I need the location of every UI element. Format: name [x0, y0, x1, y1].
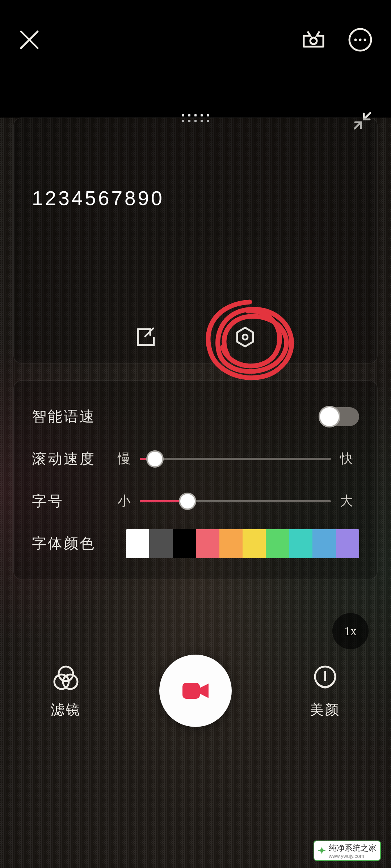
font-size-max: 大 — [334, 492, 359, 510]
smart-speed-toggle[interactable] — [321, 407, 359, 426]
top-bar — [0, 18, 391, 61]
color-swatch[interactable] — [126, 529, 149, 558]
watermark: ✦ 纯净系统之家 www.ywujy.com — [314, 841, 381, 861]
teleprompter-panel: 1234567890 — [13, 118, 378, 363]
font-color-row: 字体颜色 — [32, 531, 359, 556]
watermark-logo-icon: ✦ — [318, 845, 326, 856]
color-swatch[interactable] — [312, 529, 336, 558]
close-icon — [18, 29, 41, 51]
font-size-min: 小 — [112, 492, 137, 510]
teleprompter-settings-button[interactable] — [234, 326, 257, 349]
more-icon — [348, 27, 373, 52]
teleprompter-text: 1234567890 — [32, 187, 164, 210]
record-button[interactable] — [159, 655, 232, 727]
color-swatch[interactable] — [149, 529, 172, 558]
watermark-brand: 纯净系统之家 — [329, 843, 377, 852]
smart-speed-row: 智能语速 — [32, 404, 359, 429]
smart-speed-label: 智能语速 — [32, 407, 112, 426]
teleprompter-settings-panel: 智能语速 滚动速度 慢 快 字号 小 大 字体颜色 — [13, 380, 378, 579]
svg-point-2 — [354, 39, 357, 41]
svg-point-0 — [310, 38, 317, 44]
watermark-url: www.ywujy.com — [329, 854, 377, 859]
close-button[interactable] — [18, 29, 41, 51]
font-size-slider[interactable] — [140, 500, 331, 502]
scroll-speed-row: 滚动速度 慢 快 — [32, 446, 359, 472]
font-color-label: 字体颜色 — [32, 533, 119, 553]
filter-button[interactable]: 滤镜 — [51, 663, 81, 719]
playback-speed-value: 1x — [344, 624, 357, 638]
color-swatch[interactable] — [173, 529, 196, 558]
filter-label: 滤镜 — [51, 701, 81, 719]
scroll-speed-slider[interactable] — [140, 458, 331, 460]
scroll-speed-max: 快 — [334, 450, 359, 468]
filter-icon — [51, 663, 81, 693]
svg-point-3 — [359, 39, 362, 41]
more-button[interactable] — [348, 27, 373, 52]
svg-point-4 — [364, 39, 366, 41]
color-swatch[interactable] — [243, 529, 266, 558]
color-swatch[interactable] — [219, 529, 243, 558]
font-color-swatches — [126, 529, 359, 558]
video-icon — [181, 681, 210, 701]
color-swatch[interactable] — [289, 529, 312, 558]
beauty-button[interactable]: 美颜 — [310, 663, 340, 719]
status-bar — [0, 0, 391, 18]
color-swatch[interactable] — [196, 529, 219, 558]
svg-point-5 — [243, 335, 248, 340]
svg-rect-9 — [182, 683, 200, 699]
scroll-speed-label: 滚动速度 — [32, 449, 112, 469]
scroll-speed-min: 慢 — [112, 450, 137, 468]
beauty-label: 美颜 — [310, 701, 340, 719]
teleprompter-mode-icon — [299, 29, 328, 51]
bottom-bar: 滤镜 美颜 — [0, 651, 391, 731]
edit-script-button[interactable] — [134, 326, 157, 349]
edit-icon — [134, 326, 157, 349]
color-swatch[interactable] — [266, 529, 289, 558]
font-size-label: 字号 — [32, 491, 112, 511]
settings-hex-icon — [234, 326, 257, 349]
font-size-row: 字号 小 大 — [32, 489, 359, 514]
beauty-icon — [310, 663, 340, 693]
teleprompter-mode-button[interactable] — [299, 29, 328, 51]
playback-speed-button[interactable]: 1x — [332, 613, 369, 649]
color-swatch[interactable] — [336, 529, 359, 558]
